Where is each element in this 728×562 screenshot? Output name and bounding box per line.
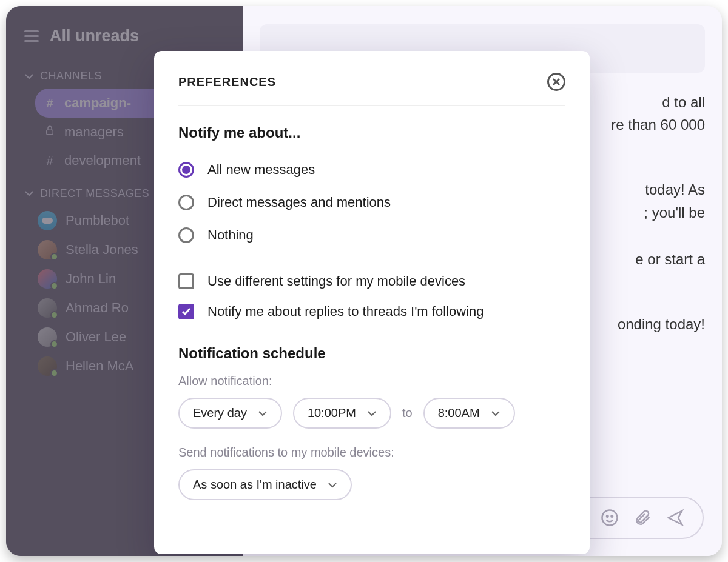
chevron-down-icon bbox=[258, 409, 268, 418]
time-to-select[interactable]: 8:00AM bbox=[423, 398, 515, 429]
to-label: to bbox=[402, 406, 413, 420]
app-window: All unreads CHANNELS # campaign- manager… bbox=[6, 6, 722, 556]
dm-label: Hellen McA bbox=[66, 358, 133, 374]
attachment-icon[interactable] bbox=[633, 509, 652, 527]
select-value: Every day bbox=[193, 406, 247, 420]
dm-label: Oliver Lee bbox=[66, 329, 126, 345]
radio-indicator bbox=[178, 162, 194, 178]
time-from-select[interactable]: 10:00PM bbox=[293, 398, 391, 429]
dm-label: Stella Jones bbox=[66, 242, 138, 258]
menu-icon[interactable] bbox=[24, 30, 39, 42]
lock-icon bbox=[44, 125, 56, 136]
presence-indicator bbox=[50, 253, 58, 261]
mobile-send-select[interactable]: As soon as I'm inactive bbox=[178, 469, 352, 500]
channel-label: managers bbox=[64, 124, 124, 141]
svg-point-3 bbox=[612, 515, 613, 517]
close-button[interactable] bbox=[547, 73, 565, 91]
mobile-send-label: Send notifications to my mobile devices: bbox=[178, 446, 565, 460]
dms-label: DIRECT MESSAGES bbox=[40, 187, 149, 200]
svg-point-1 bbox=[602, 510, 618, 526]
presence-indicator bbox=[50, 311, 58, 319]
chevron-down-icon bbox=[367, 409, 377, 418]
chevron-down-icon bbox=[24, 189, 34, 198]
emoji-icon[interactable] bbox=[601, 509, 619, 527]
avatar bbox=[38, 211, 57, 230]
avatar bbox=[38, 269, 57, 289]
radio-nothing[interactable]: Nothing bbox=[178, 219, 565, 252]
checkbox-indicator bbox=[178, 304, 194, 319]
avatar bbox=[38, 298, 57, 318]
radio-label: Nothing bbox=[207, 227, 254, 243]
radio-indicator bbox=[178, 227, 194, 243]
checkbox-label: Notify me about replies to threads I'm f… bbox=[207, 304, 484, 319]
avatar bbox=[38, 327, 57, 347]
allow-label: Allow notification: bbox=[178, 374, 565, 388]
select-value: As soon as I'm inactive bbox=[193, 478, 317, 492]
checkbox-thread-replies[interactable]: Notify me about replies to threads I'm f… bbox=[178, 296, 565, 327]
svg-rect-0 bbox=[47, 130, 53, 135]
presence-indicator bbox=[50, 340, 58, 348]
close-icon bbox=[552, 78, 561, 86]
dm-label: Pumblebot bbox=[66, 213, 129, 229]
chevron-down-icon bbox=[491, 409, 500, 418]
frequency-select[interactable]: Every day bbox=[178, 398, 282, 429]
hash-icon: # bbox=[44, 153, 56, 169]
channel-label: development bbox=[64, 152, 141, 169]
dm-label: John Lin bbox=[66, 271, 116, 287]
hash-icon: # bbox=[44, 96, 56, 111]
radio-label: All new messages bbox=[207, 162, 315, 178]
channels-label: CHANNELS bbox=[40, 70, 102, 82]
modal-title: PREFERENCES bbox=[178, 75, 276, 89]
notify-heading: Notify me about... bbox=[178, 124, 565, 141]
radio-all-messages[interactable]: All new messages bbox=[178, 153, 565, 186]
presence-indicator bbox=[50, 369, 58, 377]
radio-indicator bbox=[178, 195, 194, 210]
chevron-down-icon bbox=[328, 480, 337, 490]
presence-indicator bbox=[50, 282, 58, 290]
sidebar-title: All unreads bbox=[50, 27, 139, 45]
dm-label: Ahmad Ro bbox=[66, 300, 129, 316]
avatar bbox=[38, 240, 57, 259]
svg-point-2 bbox=[607, 515, 608, 517]
select-value: 8:00AM bbox=[438, 406, 480, 420]
radio-direct-mentions[interactable]: Direct messages and mentions bbox=[178, 186, 565, 219]
send-icon[interactable] bbox=[666, 509, 684, 527]
checkbox-mobile-settings[interactable]: Use different settings for my mobile dev… bbox=[178, 266, 565, 296]
avatar bbox=[38, 356, 57, 376]
radio-label: Direct messages and mentions bbox=[207, 195, 391, 210]
schedule-heading: Notification schedule bbox=[178, 345, 565, 362]
channel-label: campaign- bbox=[64, 95, 131, 112]
preferences-modal: PREFERENCES Notify me about... All new m… bbox=[154, 51, 590, 554]
select-value: 10:00PM bbox=[308, 406, 356, 420]
checkbox-label: Use different settings for my mobile dev… bbox=[207, 273, 465, 289]
checkbox-indicator bbox=[178, 273, 194, 289]
chevron-down-icon bbox=[24, 72, 34, 81]
